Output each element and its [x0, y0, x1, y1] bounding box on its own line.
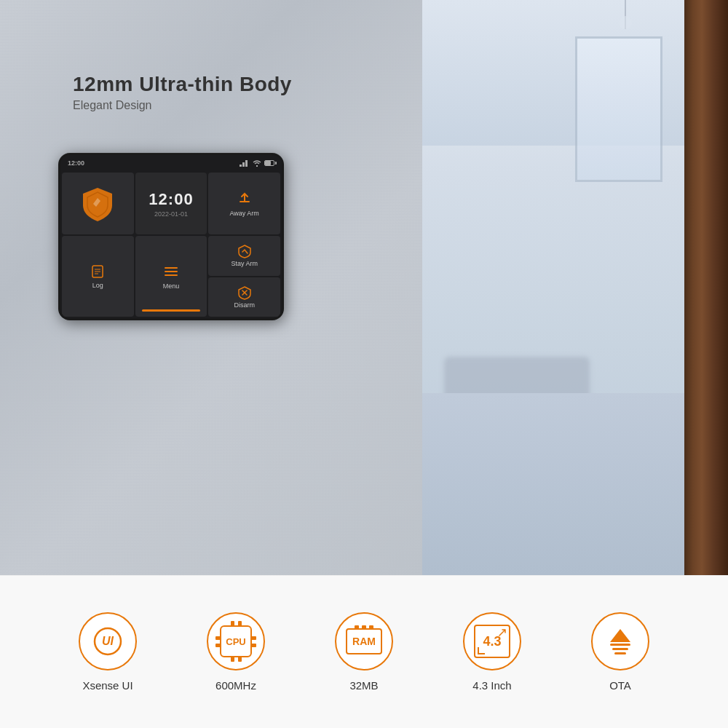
- ota-icon-circle: [591, 612, 649, 670]
- log-icon: [90, 264, 105, 279]
- product-subheadline: Elegant Design: [73, 99, 292, 112]
- stay-arm-icon: [237, 244, 252, 258]
- svg-text:UI: UI: [102, 635, 114, 647]
- spec-xsense-ui-label: Xsense UI: [82, 679, 132, 692]
- svg-rect-2: [245, 160, 248, 167]
- inch-box: 4.3: [474, 625, 510, 658]
- menu-label: Menu: [163, 282, 180, 290]
- away-arm-cell: Away Arm: [208, 173, 280, 234]
- spec-600mhz-label: 600MHz: [215, 679, 256, 692]
- spec-4-3-inch-label: 4.3 Inch: [472, 679, 511, 692]
- door-frame: [684, 0, 728, 575]
- right-column-cells: Stay Arm Disarm: [208, 236, 280, 317]
- clock-cell: 12:00 2022-01-01: [135, 173, 207, 234]
- spec-32mb-label: 32MB: [349, 679, 378, 692]
- device-outer-shell: 12:00: [58, 153, 284, 320]
- away-arm-label: Away Arm: [229, 210, 258, 217]
- spec-xsense-ui: UI Xsense UI: [79, 612, 137, 692]
- stay-arm-cell: Stay Arm: [208, 236, 280, 276]
- device-bottom-accent: [142, 309, 200, 312]
- spec-600mhz: CPU 600MHz: [207, 612, 265, 692]
- room-floor: [422, 393, 684, 575]
- spec-ota: OTA: [591, 612, 649, 692]
- cpu-icon-wrapper: CPU: [220, 625, 252, 657]
- disarm-label: Disarm: [234, 301, 255, 309]
- xsense-ui-icon-circle: UI: [79, 612, 137, 670]
- ota-line-2: [612, 648, 628, 650]
- clock-display-date: 2022-01-01: [154, 210, 188, 218]
- stay-arm-label: Stay Arm: [231, 260, 258, 267]
- screen-grid: 12:00 2022-01-01 Away Arm: [60, 171, 282, 318]
- cpu-box: CPU: [220, 625, 252, 657]
- away-arm-icon: [237, 191, 253, 207]
- ota-line-3: [614, 652, 626, 654]
- log-cell: Log: [62, 236, 134, 317]
- inch-arrow-icon: [498, 628, 507, 637]
- spec-ota-label: OTA: [609, 679, 631, 692]
- ram-icon-wrapper: RAM: [346, 628, 382, 654]
- device-screen: 12:00: [60, 155, 282, 318]
- wall-text-overlay: 12mm Ultra-thin Body Elegant Design: [73, 73, 292, 112]
- inch-icon-wrapper: 4.3: [474, 625, 510, 658]
- svg-rect-1: [242, 162, 245, 167]
- ota-lines: [610, 644, 630, 654]
- product-image-section: 12mm Ultra-thin Body Elegant Design 12:0…: [0, 0, 728, 575]
- spec-32mb: RAM 32MB: [335, 612, 393, 692]
- 600mhz-icon-circle: CPU: [207, 612, 265, 670]
- main-container: 12mm Ultra-thin Body Elegant Design 12:0…: [0, 0, 728, 728]
- disarm-icon: [237, 285, 252, 300]
- left-wall: 12mm Ultra-thin Body Elegant Design 12:0…: [0, 0, 422, 575]
- svg-rect-0: [240, 165, 242, 167]
- signal-icon: [240, 159, 250, 167]
- ota-line-1: [610, 644, 630, 646]
- xsense-ui-icon: UI: [92, 625, 124, 657]
- room-window: [575, 36, 662, 182]
- screen-status-bar: 12:00: [60, 155, 282, 171]
- cpu-text: CPU: [226, 636, 245, 647]
- shield-icon-large: [79, 185, 116, 223]
- ota-arrow: [610, 629, 630, 642]
- room-interior: [422, 0, 684, 575]
- ram-box: RAM: [346, 628, 382, 654]
- ram-text: RAM: [352, 636, 376, 647]
- 4-3-inch-icon-circle: 4.3: [463, 612, 521, 670]
- log-label: Log: [92, 282, 103, 289]
- shield-cell: [62, 173, 134, 234]
- inch-corner: [478, 647, 485, 654]
- wifi-icon: [253, 159, 261, 167]
- status-icons: [240, 159, 274, 167]
- disarm-cell: Disarm: [208, 277, 280, 317]
- menu-cell: Menu: [135, 236, 207, 317]
- battery-icon: [264, 160, 274, 166]
- status-time: 12:00: [68, 159, 84, 167]
- spec-4-3-inch: 4.3 4.3 Inch: [463, 612, 521, 692]
- specs-section: UI Xsense UI: [0, 575, 728, 728]
- security-panel-device: 12:00: [58, 153, 284, 320]
- 32mb-icon-circle: RAM: [335, 612, 393, 670]
- product-headline: 12mm Ultra-thin Body: [73, 73, 292, 96]
- ota-icon-wrapper: [610, 629, 630, 654]
- menu-icon: [163, 264, 179, 280]
- ceiling-lamp: [625, 0, 626, 29]
- clock-display-time: 12:00: [149, 190, 193, 209]
